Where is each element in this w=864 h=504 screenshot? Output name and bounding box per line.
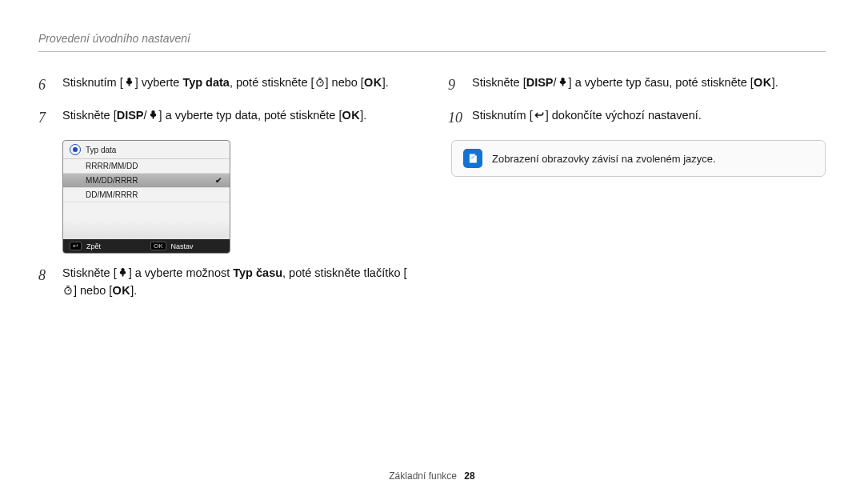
- t: , poté stiskněte tlačítko [: [282, 266, 407, 279]
- bold: Typ data: [182, 76, 230, 89]
- step-number: 10: [448, 107, 464, 129]
- step-9: 9 Stiskněte [DISP/] a vyberte typ času, …: [448, 74, 826, 96]
- disp-label: DISP: [117, 109, 144, 122]
- t: Stiskněte [: [472, 76, 526, 89]
- step-text: Stiskněte [DISP/] a vyberte typ data, po…: [62, 107, 366, 125]
- timer-icon: [314, 77, 326, 88]
- macro-icon: [147, 109, 159, 121]
- lcd-blank: [63, 202, 230, 239]
- info-note: Zobrazení obrazovky závisí na zvoleném j…: [451, 140, 826, 177]
- lcd-option-label: DD/MM/RRRR: [86, 190, 138, 199]
- t: ].: [130, 284, 137, 297]
- step-number: 6: [38, 74, 54, 96]
- left-column: 6 Stisknutím [] vyberte Typ data, poté s…: [38, 74, 416, 311]
- page-footer: Základní funkce 28: [0, 470, 864, 482]
- t: ] a vyberte typ data, poté stiskněte [: [159, 109, 342, 122]
- lcd-option: DD/MM/RRRR: [63, 188, 230, 202]
- macro-icon: [117, 266, 129, 278]
- note-icon: [463, 149, 482, 168]
- step-7: 7 Stiskněte [DISP/] a vyberte typ data, …: [38, 107, 416, 129]
- back-icon: [533, 110, 546, 121]
- step-8: 8 Stiskněte [] a vyberte možnost Typ čas…: [38, 265, 416, 300]
- page-section-title: Provedení úvodního nastavení: [38, 32, 826, 45]
- ok-label: OK: [364, 76, 382, 89]
- bold: Typ času: [233, 266, 282, 279]
- ok-label: OK: [342, 109, 360, 122]
- t: , poté stiskněte [: [230, 76, 314, 89]
- t: ].: [772, 76, 778, 89]
- lcd-foot-back: Zpět: [86, 242, 101, 250]
- lcd-option-label: RRRR/MM/DD: [86, 162, 138, 170]
- step-text: Stisknutím [] vyberte Typ data, poté sti…: [62, 74, 389, 92]
- step-number: 7: [38, 107, 54, 129]
- t: ] nebo [: [74, 284, 112, 297]
- lcd-option-label: MM/DD/RRRR: [86, 176, 138, 185]
- gear-icon: [70, 144, 81, 155]
- step-text: Stiskněte [] a vyberte možnost Typ času,…: [62, 265, 416, 300]
- t: ].: [382, 76, 389, 89]
- macro-icon: [123, 76, 135, 88]
- lcd-option-selected: MM/DD/RRRR✔: [63, 174, 230, 188]
- footer-section: Základní funkce: [389, 470, 457, 482]
- timer-icon: [62, 285, 74, 296]
- t: ] nebo [: [326, 76, 364, 89]
- t: ].: [360, 109, 366, 122]
- check-icon: ✔: [215, 176, 222, 185]
- step-text: Stiskněte [DISP/] a vyberte typ času, po…: [472, 74, 778, 92]
- t: ] dokončíte výchozí nastavení.: [546, 109, 702, 122]
- step-text: Stisknutím [] dokončíte výchozí nastaven…: [472, 107, 702, 125]
- lcd-title: Typ data: [86, 146, 116, 154]
- divider: [38, 51, 826, 52]
- right-column: 9 Stiskněte [DISP/] a vyberte typ času, …: [448, 74, 826, 311]
- step-10: 10 Stisknutím [] dokončíte výchozí nasta…: [448, 107, 826, 129]
- ok-label: OK: [112, 284, 130, 297]
- lcd-option: RRRR/MM/DD: [63, 159, 230, 174]
- lcd-footer: ↩ Zpět OK Nastav: [63, 239, 230, 253]
- t: Stisknutím [: [472, 109, 533, 122]
- ok-box-icon: OK: [150, 242, 166, 250]
- macro-icon: [557, 76, 569, 88]
- lcd-title-row: Typ data: [63, 141, 230, 159]
- t: ] vyberte: [135, 76, 183, 89]
- step-number: 9: [448, 74, 464, 96]
- t: Stisknutím [: [62, 76, 123, 89]
- footer-page-number: 28: [464, 470, 474, 482]
- step-6: 6 Stisknutím [] vyberte Typ data, poté s…: [38, 74, 416, 96]
- back-arrow-icon: ↩: [70, 242, 82, 250]
- note-text: Zobrazení obrazovky závisí na zvoleném j…: [492, 153, 716, 165]
- t: Stiskněte [: [62, 266, 117, 279]
- step-number: 8: [38, 265, 54, 286]
- t: ] a vyberte možnost: [129, 266, 234, 279]
- camera-lcd-preview: Typ data RRRR/MM/DD MM/DD/RRRR✔ DD/MM/RR…: [62, 140, 230, 254]
- lcd-foot-set: Nastav: [171, 242, 194, 250]
- t: ] a vyberte typ času, poté stiskněte [: [569, 76, 754, 89]
- t: Stiskněte [: [62, 109, 117, 122]
- ok-label: OK: [754, 76, 772, 89]
- disp-label: DISP: [526, 76, 554, 89]
